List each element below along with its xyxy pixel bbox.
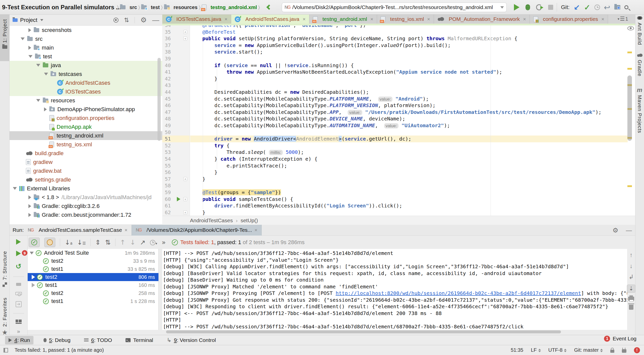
breadcrumb-item[interactable]: resources: [164, 5, 198, 10]
sidebar-tab-ant[interactable]: Ant Build: [635, 16, 644, 45]
event-log-button[interactable]: 1 Event Log: [604, 336, 636, 342]
run-test-gutter-icon[interactable]: [177, 197, 180, 201]
run-console[interactable]: [HTTP] --> POST /wd/hub/session/3f36ff12…: [162, 249, 627, 330]
project-tree-item[interactable]: <>testng_ios.xml: [10, 140, 162, 149]
gear-icon[interactable]: ⚙: [140, 16, 147, 24]
layout-settings-icon[interactable]: [16, 320, 22, 322]
run-tab[interactable]: NGAndroidTestCases.sampleTestCase×: [24, 225, 131, 236]
run-tab[interactable]: NG/Volumes/Disk2/AppiumBook/Chapter9-Tes…: [132, 225, 262, 236]
close-tab-icon[interactable]: ×: [523, 16, 526, 22]
editor-tab[interactable]: <>testng_android.xml×: [309, 15, 377, 24]
next-failed-button[interactable]: ↓: [130, 239, 136, 246]
project-tree-item[interactable]: External Libraries: [10, 184, 162, 193]
lock-icon[interactable]: [610, 350, 614, 353]
project-tree-item[interactable]: gradlew: [10, 158, 162, 166]
search-everywhere-button[interactable]: [624, 5, 628, 9]
scroll-up-icon[interactable]: ↑: [630, 251, 633, 258]
project-tree-item[interactable]: resources: [10, 96, 162, 105]
project-tree-item[interactable]: Gradle: cglib:cglib:3.2.6: [10, 202, 162, 210]
test-tree-item[interactable]: ✓Android Test Suite1m 9s 286ms: [28, 249, 158, 257]
breadcrumb-item[interactable]: src: [120, 5, 137, 10]
code-editor[interactable]: @Parameters({"platformVersion", "deviceN…: [190, 25, 628, 216]
breadcrumb-item[interactable]: test: [141, 5, 160, 10]
project-tree-item[interactable]: src: [10, 34, 162, 43]
git-commit-button[interactable]: ✓: [584, 3, 590, 12]
project-tree-item[interactable]: DemoApp-iPhoneSimulator.app: [10, 105, 162, 114]
run-button[interactable]: [514, 4, 519, 11]
more-toolbar-icon[interactable]: »: [162, 239, 166, 246]
hide-run-panel-button[interactable]: —: [626, 227, 632, 234]
close-tab-icon[interactable]: ×: [427, 16, 430, 22]
project-tree-item[interactable]: java: [10, 61, 162, 70]
sort-by-duration-button[interactable]: ↓☰: [77, 239, 86, 246]
project-tree-item[interactable]: CIOSTestCases: [10, 87, 162, 96]
export-results-button[interactable]: ↗: [140, 239, 145, 246]
project-tree-item[interactable]: < 1.8 >/Library/Java/JavaVirtualMachines…: [10, 193, 162, 202]
encoding-select[interactable]: UTF-8: [548, 347, 567, 353]
project-tree-item[interactable]: main: [10, 43, 162, 52]
test-tree-item[interactable]: ✓test2258 ms: [28, 289, 158, 297]
toolwindow-button--run[interactable]: 4: Run: [5, 336, 33, 344]
import-results-icon[interactable]: ➔: [16, 301, 22, 307]
project-tree-item[interactable]: build.gradle: [10, 149, 162, 158]
show-passed-toggle[interactable]: ✓: [29, 238, 40, 247]
project-tree-vertical-scrollbar[interactable]: [157, 58, 161, 141]
close-tab-icon[interactable]: ×: [303, 16, 306, 22]
run-configuration-select[interactable]: NG /Volumes/Disk2/AppiumBook/Chapter9-Te…: [282, 3, 507, 12]
close-tab-icon[interactable]: ×: [225, 16, 228, 22]
scroll-to-end-button[interactable]: ⇣: [627, 285, 635, 293]
fold-icon[interactable]: ∨: [183, 197, 187, 201]
breadcrumb-method[interactable]: setUp(): [240, 217, 258, 224]
fold-icon[interactable]: ∨: [183, 36, 187, 40]
fold-end-icon[interactable]: ∧: [183, 210, 187, 214]
toolwindow-button--debug[interactable]: 5: Debug: [40, 336, 74, 344]
editor-tab[interactable]: CIOSTestCases.java×: [162, 15, 231, 24]
sidebar-tab-structure[interactable]: 7: Structure: [0, 251, 10, 287]
hector-inspector-icon[interactable]: [622, 349, 626, 353]
project-view-title[interactable]: Project: [20, 17, 37, 23]
toolwindow-button--todo[interactable]: 6: TODO: [80, 336, 115, 344]
rerun-button[interactable]: [16, 239, 21, 245]
collapse-all-button[interactable]: ⇅: [105, 239, 111, 246]
inspections-eye-icon[interactable]: [627, 26, 634, 30]
sort-alphabetically-button[interactable]: ↓a: [65, 239, 72, 246]
project-tree-item[interactable]: configuration.properties: [10, 114, 162, 122]
error-notification-icon[interactable]: !: [634, 347, 640, 353]
stop-button[interactable]: [548, 5, 553, 10]
breadcrumb-class[interactable]: AndroidTestCases: [190, 217, 233, 224]
toolwindow-button--version-control[interactable]: ↳9: Version Control: [163, 336, 219, 344]
close-tab-icon[interactable]: ×: [601, 16, 604, 22]
locate-file-button[interactable]: [113, 18, 118, 23]
hide-panel-button[interactable]: —: [152, 16, 159, 24]
project-tree-item[interactable]: settings.gradle: [10, 175, 162, 184]
previous-failed-button[interactable]: ↑: [120, 239, 126, 246]
expand-all-button[interactable]: ⇕: [95, 239, 101, 246]
screenshot-icon[interactable]: [15, 292, 22, 295]
project-tree-item[interactable]: <>testng_android.xml: [10, 131, 162, 140]
close-tab-icon[interactable]: ×: [370, 16, 373, 22]
soft-wrap-icon[interactable]: ↲: [629, 274, 634, 281]
project-tree-item[interactable]: testcases: [10, 70, 162, 78]
collapse-all-button[interactable]: ⇅: [124, 17, 129, 24]
history-button[interactable]: [594, 5, 600, 10]
project-tree-item[interactable]: gradlew.bat: [10, 166, 162, 175]
test-tree-item[interactable]: ✓test11 s 228 ms: [28, 297, 158, 305]
sidebar-tab-maven[interactable]: m Maven Projects: [635, 86, 644, 133]
project-tree-item[interactable]: Gradle: com.beust:jcommander:1.72: [10, 210, 162, 219]
project-tree-item[interactable]: screenshots: [10, 26, 162, 34]
rollback-button[interactable]: ↩: [604, 3, 610, 12]
test-tree-item[interactable]: ✓test233 s 9 ms: [28, 257, 158, 265]
editor-tab[interactable]: <>testng_ios.xml×: [377, 15, 434, 24]
caret-position[interactable]: 51:35: [511, 347, 523, 353]
sidebar-tab-favorites[interactable]: 2: Favorites ★: [0, 297, 10, 336]
console-horizontal-scrollbar[interactable]: [166, 330, 561, 333]
clear-console-icon[interactable]: [629, 305, 633, 310]
run-settings-gear-icon[interactable]: ⚙: [613, 227, 618, 234]
test-tree-item[interactable]: ✓test1160 ms: [28, 281, 158, 289]
editor-tab[interactable]: configuration.properties×: [530, 15, 608, 24]
test-history-button[interactable]: ▾: [150, 239, 157, 246]
sidebar-tab-project[interactable]: 1: Project: [0, 15, 10, 61]
show-ignored-toggle[interactable]: [44, 238, 55, 247]
git-update-button[interactable]: ↙: [574, 3, 580, 12]
rerun-failed-button[interactable]: 9: [16, 251, 21, 256]
